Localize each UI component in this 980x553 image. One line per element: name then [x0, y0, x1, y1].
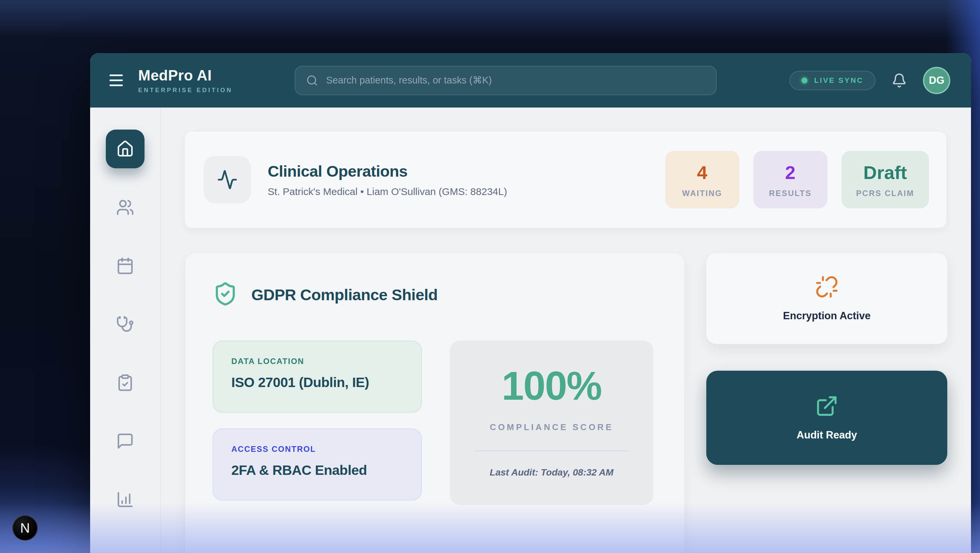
- app-title: MedPro AI: [138, 67, 233, 84]
- app-body: Clinical Operations St. Patrick's Medica…: [90, 108, 971, 553]
- page-title: Clinical Operations: [268, 162, 507, 180]
- gdpr-detail-column: DATA LOCATION ISO 27001 (Dublin, IE) ACC…: [213, 341, 422, 516]
- stat-row: 4 WAITING 2 RESULTS Draft PCRS CLAIM: [665, 151, 929, 209]
- audit-ready-button[interactable]: Audit Ready: [706, 371, 947, 465]
- header-actions: LIVE SYNC DG: [789, 67, 950, 94]
- user-avatar[interactable]: DG: [923, 67, 950, 94]
- encryption-status-label: Encryption Active: [783, 310, 870, 322]
- sync-status-dot: [802, 78, 807, 83]
- live-sync-badge: LIVE SYNC: [789, 71, 875, 90]
- activity-icon: [217, 169, 238, 190]
- app-header: MedPro AI ENTERPRISE EDITION LIVE SYNC D…: [90, 53, 971, 108]
- sidebar-item-tasks[interactable]: [106, 363, 145, 402]
- clinical-heading: Clinical Operations St. Patrick's Medica…: [268, 162, 507, 198]
- activity-icon-tile: [204, 156, 251, 203]
- access-control-label: ACCESS CONTROL: [231, 445, 403, 454]
- stat-pcrs-claim: Draft PCRS CLAIM: [842, 151, 929, 209]
- data-location-card: DATA LOCATION ISO 27001 (Dublin, IE): [213, 341, 422, 413]
- bell-icon: [891, 73, 907, 88]
- audit-ready-label: Audit Ready: [797, 429, 857, 441]
- sidebar-item-clinical[interactable]: [106, 305, 145, 344]
- notifications-button[interactable]: [891, 73, 907, 88]
- home-icon: [116, 140, 134, 158]
- app-window: MedPro AI ENTERPRISE EDITION LIVE SYNC D…: [90, 53, 971, 553]
- sidebar: [90, 108, 161, 553]
- app-subtitle: ENTERPRISE EDITION: [138, 87, 233, 94]
- users-icon: [116, 198, 134, 217]
- access-control-card: ACCESS CONTROL 2FA & RBAC Enabled: [213, 429, 422, 500]
- stat-label: WAITING: [682, 189, 722, 198]
- clipboard-check-icon: [116, 374, 134, 392]
- sidebar-item-calendar[interactable]: [106, 247, 145, 285]
- main-content: Clinical Operations St. Patrick's Medica…: [161, 108, 971, 553]
- last-audit-text: Last Audit: Today, 08:32 AM: [490, 467, 614, 478]
- divider: [475, 451, 628, 451]
- bar-chart-icon: [116, 491, 134, 508]
- app-logo: MedPro AI ENTERPRISE EDITION: [138, 67, 233, 94]
- stethoscope-icon: [116, 315, 134, 333]
- stat-value: 2: [785, 162, 795, 183]
- access-control-value: 2FA & RBAC Enabled: [231, 462, 403, 478]
- stat-value: Draft: [863, 162, 907, 183]
- sidebar-item-patients[interactable]: [106, 188, 145, 227]
- encryption-status-card: Encryption Active: [706, 253, 947, 344]
- stat-label: RESULTS: [769, 189, 812, 198]
- external-link-icon: [815, 394, 838, 419]
- menu-icon[interactable]: [110, 75, 123, 86]
- gdpr-title: GDPR Compliance Shield: [251, 285, 438, 304]
- data-location-label: DATA LOCATION: [231, 357, 403, 366]
- clinical-operations-card: Clinical Operations St. Patrick's Medica…: [184, 131, 947, 228]
- stat-waiting: 4 WAITING: [665, 151, 739, 209]
- search-input[interactable]: [326, 75, 705, 86]
- sync-status-label: LIVE SYNC: [814, 76, 864, 85]
- unlink-icon: [815, 275, 838, 300]
- compliance-score-card: 100% COMPLIANCE SCORE Last Audit: Today,…: [450, 341, 653, 505]
- chat-icon: [116, 432, 134, 450]
- calendar-icon: [116, 257, 134, 275]
- status-column: Encryption Active Audit Ready: [706, 253, 947, 465]
- sidebar-item-messages[interactable]: [106, 422, 145, 461]
- data-location-value: ISO 27001 (Dublin, IE): [231, 375, 403, 390]
- stat-value: 4: [697, 162, 707, 183]
- global-search[interactable]: [295, 66, 717, 95]
- search-icon: [306, 75, 318, 86]
- compliance-score-value: 100%: [502, 363, 601, 409]
- sidebar-item-home[interactable]: [106, 129, 145, 168]
- gdpr-title-row: GDPR Compliance Shield: [213, 281, 657, 308]
- compliance-score-label: COMPLIANCE SCORE: [490, 422, 613, 432]
- shield-check-icon: [213, 281, 238, 308]
- nextjs-dev-badge[interactable]: N: [12, 515, 38, 541]
- page-subtitle: St. Patrick's Medical • Liam O'Sullivan …: [268, 186, 507, 198]
- gdpr-compliance-panel: GDPR Compliance Shield DATA LOCATION ISO…: [185, 253, 684, 553]
- sidebar-item-analytics[interactable]: [106, 480, 145, 519]
- stat-results: 2 RESULTS: [753, 151, 827, 209]
- stat-label: PCRS CLAIM: [856, 189, 914, 198]
